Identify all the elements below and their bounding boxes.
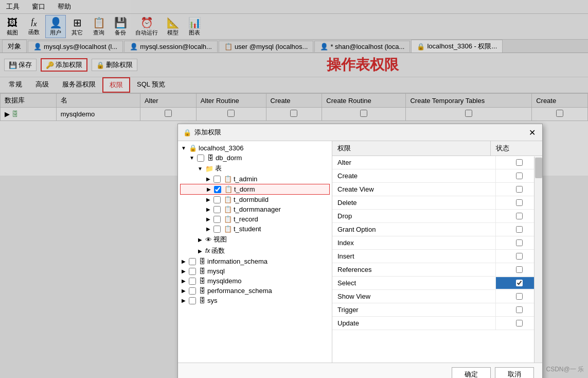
tree-table-icon: 📋	[224, 175, 232, 176]
scrollbar[interactable]	[534, 157, 542, 176]
tree-db-dorm[interactable]: ▼ 🗄 db_dorm	[180, 153, 330, 163]
dialog-title-bar: 🔒 添加权限 ✕	[178, 124, 542, 141]
dialog-lock-icon: 🔒	[183, 129, 191, 136]
tree-table-folder-arrow[interactable]: ▼	[197, 166, 204, 171]
perm-list: Alter Create Create View Delete	[332, 156, 542, 176]
tree-root-icon: 🔒	[189, 144, 197, 152]
dialog-body: ▼ 🔒 localhost_3306 ▼ 🗄 db_dorm ▼	[178, 141, 542, 176]
t-admin-checkbox[interactable]	[213, 176, 221, 176]
tree-root[interactable]: ▼ 🔒 localhost_3306	[180, 143, 330, 153]
db-dorm-checkbox[interactable]	[197, 154, 204, 162]
tree-table-folder-label: 表	[215, 164, 222, 173]
tree-root-arrow[interactable]: ▼	[180, 145, 187, 151]
tree-db-icon: 🗄	[207, 154, 214, 162]
tree-folder-icon: 📁	[205, 165, 213, 173]
tree-t-admin-label: t_admin	[234, 175, 257, 176]
dialog-close-button[interactable]: ✕	[527, 127, 537, 138]
tree-db-dorm-label: db_dorm	[216, 154, 242, 162]
perm-alter-name: Alter	[332, 156, 496, 169]
tree-db-dorm-arrow[interactable]: ▼	[188, 155, 195, 161]
permissions-panel: 权限 状态 Alter Create Create View	[332, 141, 542, 176]
tree-table-folder[interactable]: ▼ 📁 表	[180, 163, 330, 174]
tree-root-label: localhost_3306	[199, 144, 243, 152]
perm-create-checkbox[interactable]	[516, 173, 523, 176]
dialog-title-text: 添加权限	[194, 128, 221, 137]
perms-col-status: 状态	[491, 141, 542, 156]
perm-create: Create	[332, 169, 542, 176]
perm-alter-checkbox[interactable]	[516, 159, 523, 166]
perms-col-name: 权限	[332, 141, 491, 156]
dialog-overlay: 🔒 添加权限 ✕ ▼ 🔒 localhost_3306 ▼ 🗄	[0, 0, 588, 176]
tree-t-admin[interactable]: ▶ 📋 t_admin	[180, 174, 330, 176]
add-privilege-dialog: 🔒 添加权限 ✕ ▼ 🔒 localhost_3306 ▼ 🗄	[177, 124, 543, 176]
perm-alter: Alter	[332, 156, 542, 169]
dialog-tree-panel: ▼ 🔒 localhost_3306 ▼ 🗄 db_dorm ▼	[178, 141, 332, 176]
scrollbar-thumb	[535, 158, 542, 176]
perm-create-name: Create	[332, 169, 496, 176]
perms-header: 权限 状态	[332, 141, 542, 156]
